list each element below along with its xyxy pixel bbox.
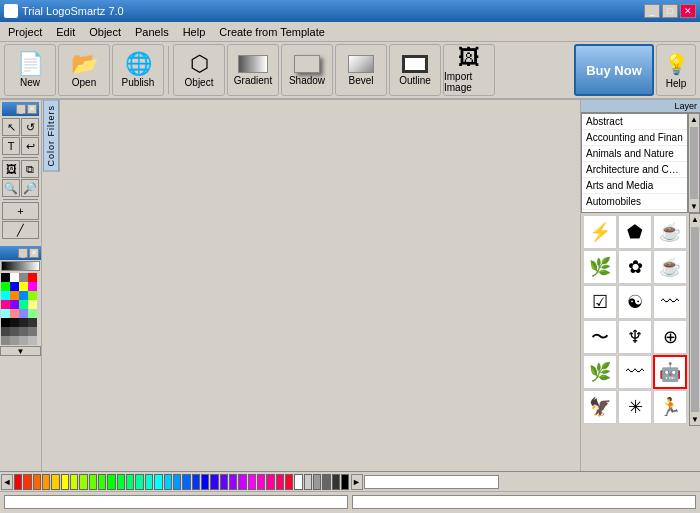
bottom-color-swatch[interactable] [164,474,172,490]
panel-close[interactable]: ✕ [27,104,37,114]
icon-cell[interactable]: 🏃 [653,390,687,424]
bottom-color-swatch[interactable] [126,474,134,490]
panel-minimize[interactable]: _ [16,104,26,114]
color-cell[interactable] [10,300,19,309]
icon-cell[interactable]: ✳ [618,390,652,424]
category-item[interactable]: Automobiles [582,194,687,210]
add-tool[interactable]: + [2,202,39,220]
color-cell[interactable] [28,291,37,300]
icon-cell[interactable]: ⊕ [653,320,687,354]
gradient-button[interactable]: Gradient [227,44,279,96]
color-cell[interactable] [1,300,10,309]
zoom-in-tool[interactable]: 🔍 [2,179,20,197]
window-controls[interactable]: _ □ ✕ [644,4,696,18]
bottom-color-swatch[interactable] [135,474,143,490]
color-cell[interactable] [28,327,37,336]
line-tool[interactable]: ╱ [2,221,39,239]
color-cell[interactable] [19,336,28,345]
bottom-color-swatch[interactable] [89,474,97,490]
bottom-color-swatch[interactable] [257,474,265,490]
color-cell[interactable] [19,282,28,291]
color-cell[interactable] [10,318,19,327]
color-cell[interactable] [19,273,28,282]
category-item[interactable]: Architecture and Cons [582,162,687,178]
bottom-color-swatch[interactable] [61,474,69,490]
color-cell[interactable] [1,336,10,345]
icon-cell[interactable]: ✿ [618,250,652,284]
bottom-color-swatch[interactable] [201,474,209,490]
icon-cell[interactable]: 🌿 [583,250,617,284]
menu-project[interactable]: Project [2,24,48,40]
color-scroll[interactable]: ▼ [0,346,41,356]
scroll-down[interactable]: ▼ [689,201,699,212]
icon-cell[interactable]: ⚡ [583,215,617,249]
icon-scroll-thumb[interactable] [691,227,699,412]
bottom-color-swatch[interactable] [145,474,153,490]
bottom-color-swatch[interactable] [70,474,78,490]
bottom-color-swatch[interactable] [42,474,50,490]
color-cell[interactable] [10,273,19,282]
text-tool[interactable]: T [2,137,20,155]
color-cell[interactable] [28,318,37,327]
image-tool[interactable]: 🖼 [2,160,20,178]
color-cell[interactable] [10,327,19,336]
color-cell[interactable] [1,327,10,336]
color-bar-scroll-left[interactable]: ◄ [1,474,13,490]
close-button[interactable]: ✕ [680,4,696,18]
bottom-color-swatch[interactable] [33,474,41,490]
color-cell[interactable] [10,309,19,318]
icon-scroll-down[interactable]: ▼ [690,414,700,425]
bottom-color-swatch[interactable] [98,474,106,490]
icon-cell[interactable]: ☕ [653,215,687,249]
icon-cell[interactable]: ☯ [618,285,652,319]
bottom-color-swatch[interactable] [332,474,340,490]
icon-cell[interactable]: 〰 [653,285,687,319]
status-input[interactable] [364,475,499,489]
maximize-button[interactable]: □ [662,4,678,18]
bottom-color-swatch[interactable] [341,474,349,490]
publish-button[interactable]: 🌐 Publish [112,44,164,96]
color-cell[interactable] [19,300,28,309]
bottom-color-swatch[interactable] [313,474,321,490]
color-panel-minimize[interactable]: _ [18,248,28,258]
icon-scrollbar[interactable]: ▲ ▼ [689,213,700,426]
bottom-color-swatch[interactable] [182,474,190,490]
rotate-tool[interactable]: ↺ [21,118,39,136]
icon-cell[interactable]: ⬟ [618,215,652,249]
color-panel-close[interactable]: ✕ [29,248,39,258]
icon-cell[interactable]: 🦅 [583,390,617,424]
color-cell[interactable] [1,309,10,318]
menu-create-from-template[interactable]: Create from Template [213,24,331,40]
menu-edit[interactable]: Edit [50,24,81,40]
icon-cell[interactable]: 🤖 [653,355,687,389]
bottom-color-swatch[interactable] [79,474,87,490]
open-button[interactable]: 📂 Open [58,44,110,96]
color-cell[interactable] [19,309,28,318]
color-cell[interactable] [28,336,37,345]
icon-scroll-up[interactable]: ▲ [690,214,700,225]
category-item[interactable]: Accounting and Finan [582,130,687,146]
object-button[interactable]: ⬡ Object [173,44,225,96]
bottom-color-swatch[interactable] [117,474,125,490]
color-cell[interactable] [28,273,37,282]
menu-panels[interactable]: Panels [129,24,175,40]
color-cell[interactable] [10,291,19,300]
copy-tool[interactable]: ⧉ [21,160,39,178]
icon-cell[interactable]: ♆ [618,320,652,354]
color-cell[interactable] [1,282,10,291]
color-cell[interactable] [28,309,37,318]
color-cell[interactable] [10,336,19,345]
color-cell[interactable] [19,318,28,327]
icon-cell[interactable]: 🌿 [583,355,617,389]
bottom-color-swatch[interactable] [23,474,31,490]
minimize-button[interactable]: _ [644,4,660,18]
bottom-color-swatch[interactable] [229,474,237,490]
menu-help[interactable]: Help [177,24,212,40]
bottom-color-swatch[interactable] [173,474,181,490]
bottom-color-swatch[interactable] [276,474,284,490]
shadow-button[interactable]: Shadow [281,44,333,96]
color-cell[interactable] [19,327,28,336]
scroll-up[interactable]: ▲ [689,114,699,125]
icon-cell[interactable]: ☕ [653,250,687,284]
bottom-color-swatch[interactable] [266,474,274,490]
